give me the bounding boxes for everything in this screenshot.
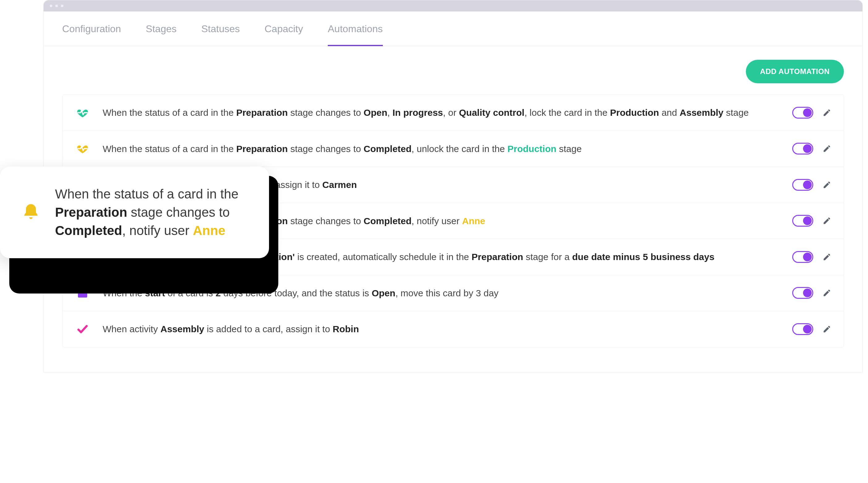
enable-toggle[interactable] <box>792 179 813 191</box>
window-titlebar <box>43 0 862 11</box>
tab-stages[interactable]: Stages <box>146 23 177 46</box>
callout-popup: When the status of a card in the Prepara… <box>0 167 269 258</box>
enable-toggle[interactable] <box>792 107 813 119</box>
edit-icon[interactable] <box>823 108 831 117</box>
enable-toggle[interactable] <box>792 251 813 263</box>
edit-icon[interactable] <box>823 325 831 334</box>
traffic-light-dot <box>50 5 52 7</box>
edit-icon[interactable] <box>823 217 831 225</box>
check-pink-icon <box>75 323 90 335</box>
traffic-light-dot <box>61 5 63 7</box>
automation-row: When the status of a card in the Prepara… <box>62 131 844 167</box>
row-controls <box>792 107 831 119</box>
bell-gold-icon <box>19 202 43 222</box>
enable-toggle[interactable] <box>792 323 813 335</box>
heartbeat-gold-icon <box>75 142 90 155</box>
enable-toggle[interactable] <box>792 287 813 299</box>
tab-configuration[interactable]: Configuration <box>62 23 121 46</box>
tab-bar: ConfigurationStagesStatusesCapacityAutom… <box>43 11 862 46</box>
tab-capacity[interactable]: Capacity <box>265 23 303 46</box>
toolbar: ADD AUTOMATION <box>62 60 844 83</box>
popup-text: When the status of a card in the Prepara… <box>55 185 254 239</box>
add-automation-button[interactable]: ADD AUTOMATION <box>746 60 844 83</box>
tab-statuses[interactable]: Statuses <box>201 23 240 46</box>
row-controls <box>792 287 831 299</box>
enable-toggle[interactable] <box>792 215 813 227</box>
tab-automations[interactable]: Automations <box>328 23 383 46</box>
automation-row: When the status of a card in the Prepara… <box>62 95 844 131</box>
row-controls <box>792 143 831 154</box>
automation-description: When activity Assembly is added to a car… <box>103 322 780 336</box>
automation-description: When the status of a card in the Prepara… <box>103 106 780 119</box>
automation-row: When activity Assembly is added to a car… <box>62 311 844 347</box>
row-controls <box>792 179 831 191</box>
row-controls <box>792 215 831 227</box>
heartbeat-icon <box>75 107 90 119</box>
row-controls <box>792 323 831 335</box>
row-controls <box>792 251 831 263</box>
edit-icon[interactable] <box>823 180 831 189</box>
edit-icon[interactable] <box>823 144 831 153</box>
enable-toggle[interactable] <box>792 143 813 154</box>
callout-popup-wrap: When the status of a card in the Prepara… <box>0 167 269 258</box>
traffic-light-dot <box>55 5 58 7</box>
automation-description: When the status of a card in the Prepara… <box>103 142 780 156</box>
edit-icon[interactable] <box>823 253 831 261</box>
edit-icon[interactable] <box>823 289 831 297</box>
